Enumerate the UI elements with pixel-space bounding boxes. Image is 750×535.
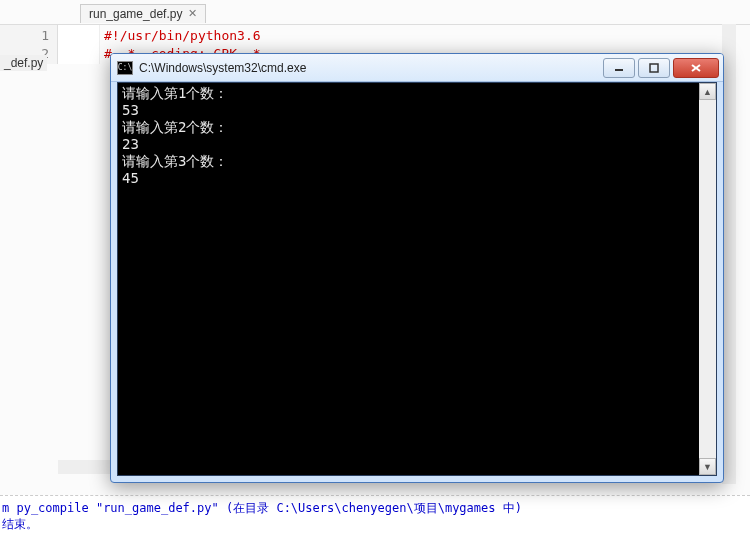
scroll-track[interactable] [699,100,716,458]
code-line: #!/usr/bin/python3.6 [104,27,268,45]
scroll-down-button[interactable]: ▼ [699,458,716,475]
svg-rect-1 [650,64,658,72]
output-line: 结束。 [2,516,748,532]
cmd-line: 53 [122,102,139,118]
editor-vertical-scrollbar[interactable] [722,24,736,484]
window-controls [600,58,719,78]
gutter-margin [58,25,100,64]
cmd-line: 45 [122,170,139,186]
cmd-vertical-scrollbar[interactable]: ▲ ▼ [699,83,716,475]
cmd-output[interactable]: 请输入第1个数： 53 请输入第2个数： 23 请输入第3个数： 45 [118,83,699,475]
compile-output: m py_compile "run_game_def.py" (在目录 C:\U… [0,495,750,535]
file-tab[interactable]: run_game_def.py ✕ [80,4,206,23]
minimize-button[interactable] [603,58,635,78]
output-line: m py_compile "run_game_def.py" (在目录 C:\U… [2,500,748,516]
scroll-up-button[interactable]: ▲ [699,83,716,100]
close-button[interactable] [673,58,719,78]
cmd-client-area: 请输入第1个数： 53 请输入第2个数： 23 请输入第3个数： 45 ▲ ▼ [117,82,717,476]
cmd-line: 请输入第2个数： [122,119,228,135]
tab-filename: run_game_def.py [89,7,182,21]
cmd-line: 请输入第1个数： [122,85,228,101]
cmd-icon: C:\ [117,61,133,75]
maximize-icon [649,63,659,73]
cmd-window[interactable]: C:\ C:\Windows\system32\cmd.exe 请输入第1个数：… [110,53,724,483]
close-icon [690,63,702,73]
tab-bar: run_game_def.py ✕ [80,2,206,24]
cmd-line: 23 [122,136,139,152]
cmd-line: 请输入第3个数： [122,153,228,169]
close-icon[interactable]: ✕ [188,7,197,20]
titlebar[interactable]: C:\ C:\Windows\system32\cmd.exe [111,54,723,82]
maximize-button[interactable] [638,58,670,78]
sidebar-file[interactable]: _def.py [0,55,47,71]
minimize-icon [614,63,624,73]
window-title: C:\Windows\system32\cmd.exe [139,61,600,75]
line-number: 1 [0,27,49,45]
